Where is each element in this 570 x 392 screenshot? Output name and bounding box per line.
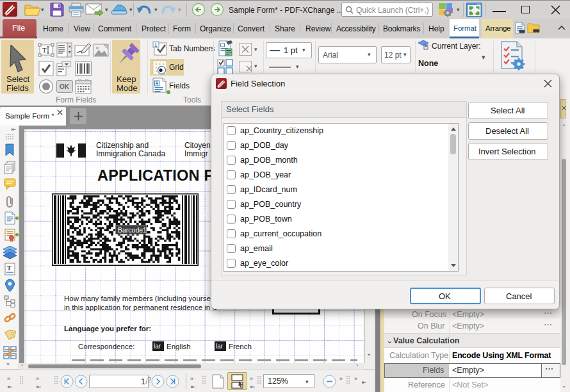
svg-text:T: T bbox=[7, 265, 12, 272]
svg-text:OK: OK bbox=[60, 83, 70, 90]
svg-text:T: T bbox=[42, 46, 47, 54]
svg-text:1: 1 bbox=[154, 42, 158, 48]
